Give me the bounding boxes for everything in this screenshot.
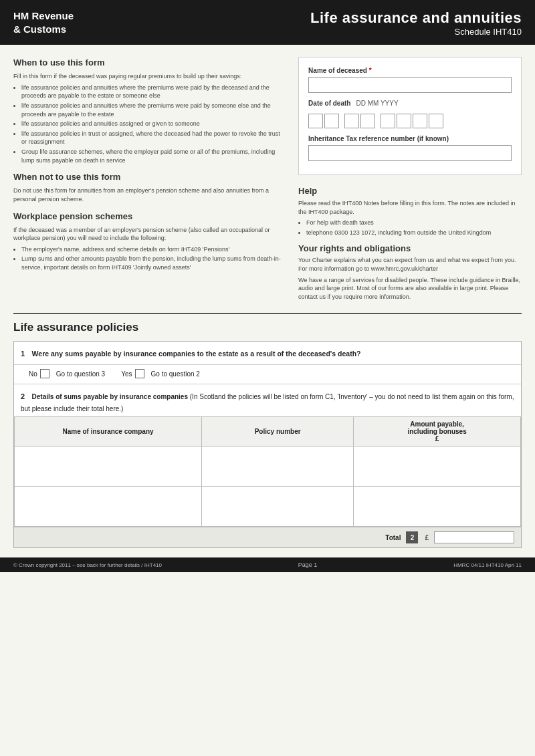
day-box-2[interactable]	[324, 114, 339, 128]
help-heading: Help	[298, 186, 522, 196]
right-column: Name of deceased * Date of death DD MM Y…	[298, 57, 522, 303]
page-subtitle: Schedule IHT410	[310, 27, 522, 37]
footer-left: © Crown copyright 2011 – see back for fu…	[13, 562, 162, 568]
list-item: life assurance policies and annuities as…	[21, 120, 286, 128]
page-footer: © Crown copyright 2011 – see back for fu…	[0, 557, 535, 572]
total-input[interactable]	[434, 531, 514, 543]
day-box-1[interactable]	[308, 114, 323, 128]
goto-2-text: Go to question 2	[151, 370, 200, 378]
total-row: Total 2 £	[14, 527, 521, 547]
form-box: Name of deceased * Date of death DD MM Y…	[298, 57, 522, 175]
yes-checkbox[interactable]	[135, 369, 144, 378]
company-cell[interactable]	[15, 487, 202, 527]
table-header-row: Name of insurance company Policy number …	[15, 417, 521, 447]
when-use-heading: When to use this form	[13, 57, 286, 69]
workplace-bullets: The employer's name, address and scheme …	[13, 245, 286, 272]
answer-row: No Go to question 3 Yes Go to question 2	[14, 365, 521, 384]
access-text-2: We have a range of services for disabled…	[298, 276, 522, 301]
table-row	[15, 447, 521, 487]
question-1-row: 1 Were any sums payable by insurance com…	[14, 342, 521, 365]
yes-option: Yes	[121, 369, 144, 378]
help-text-1: Please read the IHT400 Notes before fill…	[298, 199, 522, 216]
ref-input[interactable]	[308, 145, 512, 161]
list-item: For help with death taxes	[306, 219, 522, 227]
name-label: Name of deceased *	[308, 67, 512, 74]
year-box-4[interactable]	[429, 114, 443, 128]
q2-strong: Details of sums payable by insurance com…	[32, 393, 188, 400]
list-item: life assurance policies and annuities wh…	[21, 84, 286, 100]
col3-header: Amount payable,including bonuses£	[354, 417, 521, 447]
logo: HM Revenue & Customs	[13, 9, 74, 35]
list-item: Lump sums and other amounts payable from…	[21, 255, 286, 271]
footer-right: HMRC 04/11 IHT410 Apri 11	[453, 562, 522, 568]
year-box-1[interactable]	[381, 114, 395, 128]
question-box: 1 Were any sums payable by insurance com…	[13, 341, 522, 548]
when-use-text: Fill in this form if the deceased was pa…	[13, 72, 286, 81]
list-item: life assurance policies and annuities wh…	[21, 102, 286, 118]
access-text-1: Your Charter explains what you can expec…	[298, 256, 522, 273]
year-box-2[interactable]	[397, 114, 411, 128]
workplace-text: If the deceased was a member of an emplo…	[13, 226, 286, 243]
list-item: life assurance policies in trust or assi…	[21, 130, 286, 146]
help-bullets: For help with death taxes telephone 0300…	[298, 219, 522, 237]
when-not-use-text: Do not use this form for annuities from …	[13, 186, 286, 203]
month-box-2[interactable]	[360, 114, 375, 128]
total-pound: £	[425, 534, 429, 541]
required-marker: *	[367, 67, 372, 74]
main-content: When to use this form Fill in this form …	[0, 45, 535, 303]
amount-cell[interactable]	[354, 487, 521, 527]
page: HM Revenue & Customs Life assurance and …	[0, 0, 535, 756]
page-title: Life assurance and annuities	[310, 9, 522, 27]
table-row	[15, 487, 521, 527]
date-label: Date of death	[308, 100, 350, 107]
goto-3-text: Go to question 3	[56, 370, 105, 378]
list-item: telephone 0300 123 1072, including from …	[306, 229, 522, 237]
month-box-1[interactable]	[344, 114, 359, 128]
total-label: Total	[385, 534, 401, 541]
q2-number: 2	[21, 392, 25, 400]
q2-text: Details of sums payable by insurance com…	[21, 393, 514, 412]
header-title-block: Life assurance and annuities Schedule IH…	[310, 9, 522, 37]
company-cell[interactable]	[15, 447, 202, 487]
no-checkbox[interactable]	[40, 369, 49, 378]
year-box-3[interactable]	[413, 114, 427, 128]
col2-header: Policy number	[202, 417, 354, 447]
footer-center: Page 1	[298, 561, 318, 568]
ref-label: Inheritance Tax reference number (if kno…	[308, 135, 512, 142]
no-option: No	[29, 369, 49, 378]
q1-text: Were any sums payable by insurance compa…	[32, 350, 361, 358]
policy-cell[interactable]	[202, 487, 354, 527]
list-item: The employer's name, address and scheme …	[21, 245, 286, 254]
when-not-use-heading: When not to use this form	[13, 171, 286, 183]
yes-label: Yes	[121, 370, 132, 378]
policy-cell[interactable]	[202, 447, 354, 487]
amount-cell[interactable]	[354, 447, 521, 487]
when-use-bullets: life assurance policies and annuities wh…	[13, 84, 286, 164]
access-heading: Your rights and obligations	[298, 243, 522, 253]
header: HM Revenue & Customs Life assurance and …	[0, 0, 535, 45]
date-row: Date of death DD MM YYYY	[308, 100, 512, 107]
q1-number: 1	[21, 350, 25, 358]
name-input[interactable]	[308, 77, 512, 93]
left-column: When to use this form Fill in this form …	[13, 57, 286, 303]
date-format: DD MM YYYY	[356, 100, 398, 107]
no-label: No	[29, 370, 37, 378]
life-assurance-section: Life assurance policies 1 Were any sums …	[0, 314, 535, 548]
col1-header: Name of insurance company	[15, 417, 202, 447]
question-2-row: 2 Details of sums payable by insurance c…	[14, 384, 521, 416]
list-item: Group life assurance schemes, where the …	[21, 148, 286, 164]
workplace-heading: Workplace pension schemes	[13, 211, 286, 223]
total-number: 2	[406, 531, 418, 543]
life-assurance-heading: Life assurance policies	[13, 321, 522, 334]
policy-table: Name of insurance company Policy number …	[14, 416, 521, 527]
help-box: Help Please read the IHT400 Notes before…	[298, 182, 522, 303]
date-inputs	[308, 114, 512, 128]
